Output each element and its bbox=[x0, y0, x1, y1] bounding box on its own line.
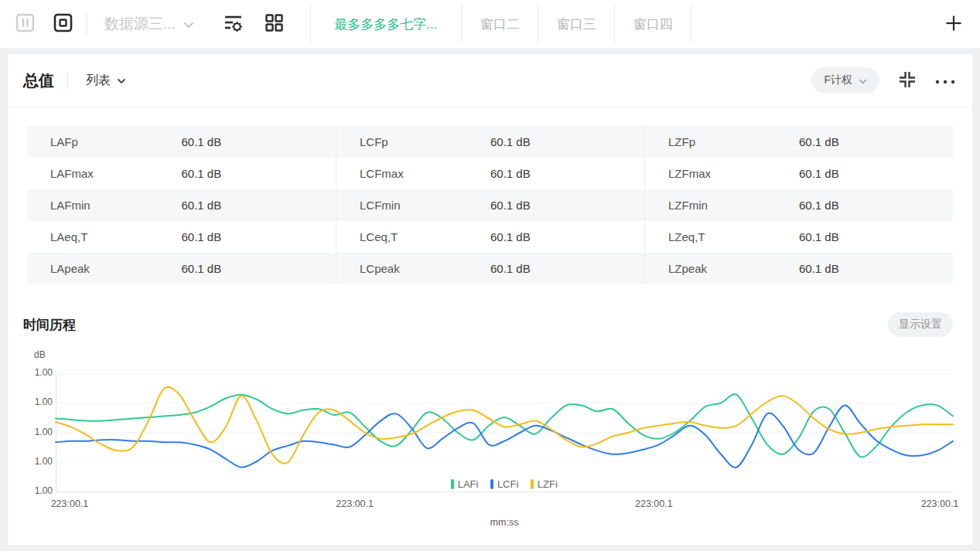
chevron-down-icon bbox=[859, 74, 867, 87]
metric-label: LAFmax bbox=[50, 167, 94, 180]
collapse-button[interactable] bbox=[898, 70, 917, 91]
time-history-chart: dB LAFiLCFiLZFi mm:ss 1.001.001.001.001.… bbox=[23, 349, 953, 531]
metric-label: LZpeak bbox=[668, 262, 707, 275]
metric-cell: LCFmax60.1 dB bbox=[336, 158, 644, 189]
grid-layout-button[interactable] bbox=[265, 13, 284, 35]
metric-value: 60.1 dB bbox=[182, 230, 222, 243]
metric-label: LApeak bbox=[50, 262, 90, 275]
metric-value: 60.1 dB bbox=[490, 135, 531, 148]
main-panel: 总值 列表 F计权 bbox=[8, 54, 972, 545]
collapse-icon bbox=[898, 70, 917, 91]
metric-cell: LZpeak60.1 dB bbox=[644, 253, 953, 284]
metric-cell: LAFmin60.1 dB bbox=[27, 189, 336, 221]
table-row: LApeak60.1 dBLCpeak60.1 dBLZpeak60.1 dB bbox=[27, 253, 953, 284]
metric-value: 60.1 dB bbox=[490, 230, 531, 243]
add-window-button[interactable] bbox=[944, 14, 963, 35]
y-axis-tick: 1.00 bbox=[23, 396, 53, 407]
metric-cell: LCeq,T60.1 dB bbox=[336, 221, 644, 253]
metric-cell: LCpeak60.1 dB bbox=[336, 253, 644, 284]
y-axis-tick: 1.00 bbox=[23, 456, 53, 467]
tab-3[interactable]: 窗口三 bbox=[538, 0, 615, 48]
metric-value: 60.1 dB bbox=[799, 199, 839, 212]
table-row: LAeq,T60.1 dBLCeq,T60.1 dBLZeq,T60.1 dB bbox=[27, 221, 953, 253]
metric-cell: LCFp60.1 dB bbox=[336, 126, 644, 158]
columns-view-icon bbox=[15, 13, 35, 35]
metric-cell: LApeak60.1 dB bbox=[27, 253, 336, 284]
metric-value: 60.1 dB bbox=[182, 262, 222, 275]
chart-canvas bbox=[56, 373, 953, 492]
metric-value: 60.1 dB bbox=[490, 262, 531, 275]
y-axis-tick: 1.00 bbox=[23, 427, 53, 437]
metric-cell: LAFp60.1 dB bbox=[27, 126, 336, 158]
metric-label: LCeq,T bbox=[360, 230, 398, 243]
metric-label: LCFmax bbox=[360, 167, 404, 180]
weighting-label: F计权 bbox=[824, 73, 852, 87]
plus-icon bbox=[944, 14, 963, 35]
metric-label: LCFmin bbox=[360, 199, 401, 212]
metric-value: 60.1 dB bbox=[799, 262, 839, 275]
metric-label: LZFmax bbox=[668, 167, 711, 180]
table-row: LAFmax60.1 dBLCFmax60.1 dBLZFmax60.1 dB bbox=[27, 158, 953, 189]
metric-label: LZeq,T bbox=[668, 230, 705, 243]
toolbar-divider bbox=[87, 13, 87, 35]
weighting-selector[interactable]: F计权 bbox=[811, 67, 879, 94]
metric-value: 60.1 dB bbox=[799, 135, 839, 148]
metric-label: LAeq,T bbox=[50, 230, 87, 243]
metric-cell: LAeq,T60.1 dB bbox=[27, 221, 336, 253]
metric-value: 60.1 dB bbox=[182, 167, 222, 180]
chevron-down-icon bbox=[183, 15, 194, 32]
window-tabs: 最多多多多七字...窗口二窗口三窗口四 bbox=[310, 0, 691, 48]
more-icon bbox=[935, 75, 955, 87]
metric-label: LZFmin bbox=[668, 199, 708, 212]
top-toolbar: 数据源三... bbox=[0, 0, 980, 48]
metric-label: LZFp bbox=[668, 135, 695, 148]
data-source-label: 数据源三... bbox=[104, 14, 176, 34]
metric-cell: LZFmax60.1 dB bbox=[644, 158, 953, 189]
metric-value: 60.1 dB bbox=[799, 230, 839, 243]
x-axis-tick: 223:00.1 bbox=[336, 498, 374, 509]
more-button[interactable] bbox=[935, 75, 955, 87]
display-settings-button[interactable]: 显示设置 bbox=[888, 312, 953, 337]
columns-view-button[interactable] bbox=[15, 13, 35, 35]
chart-plot-area: LAFiLCFiLZFi bbox=[56, 373, 953, 492]
single-view-button[interactable] bbox=[53, 13, 73, 35]
metric-cell: LZeq,T60.1 dB bbox=[644, 221, 953, 253]
history-header: 时间历程 显示设置 bbox=[23, 312, 953, 337]
x-axis-title: mm:ss bbox=[56, 517, 953, 528]
y-axis-unit-label: dB bbox=[34, 349, 46, 360]
tab-4[interactable]: 窗口四 bbox=[615, 0, 691, 48]
totals-header: 总值 列表 F计权 bbox=[8, 54, 972, 107]
header-divider bbox=[67, 72, 68, 89]
metric-value: 60.1 dB bbox=[799, 167, 839, 180]
x-axis-tick: 223:00.1 bbox=[635, 498, 673, 509]
metric-value: 60.1 dB bbox=[490, 167, 531, 180]
series-line-lcfi bbox=[56, 406, 953, 468]
metric-label: LAFp bbox=[50, 135, 78, 148]
list-settings-button[interactable] bbox=[224, 13, 243, 35]
list-view-selector[interactable]: 列表 bbox=[81, 72, 131, 90]
data-source-selector[interactable]: 数据源三... bbox=[101, 14, 197, 34]
x-axis-tick: 223:00.1 bbox=[921, 498, 959, 509]
metric-label: LCpeak bbox=[360, 262, 400, 275]
metric-cell: LZFmin60.1 dB bbox=[644, 189, 953, 221]
metric-value: 60.1 dB bbox=[490, 199, 531, 212]
metric-value: 60.1 dB bbox=[182, 199, 222, 212]
metric-label: LAFmin bbox=[50, 199, 90, 212]
metric-value: 60.1 dB bbox=[182, 135, 222, 148]
metric-cell: LZFp60.1 dB bbox=[644, 126, 953, 158]
history-title: 时间历程 bbox=[23, 316, 76, 334]
grid-layout-icon bbox=[265, 13, 284, 35]
totals-table: LAFp60.1 dBLCFp60.1 dBLZFp60.1 dBLAFmax6… bbox=[27, 126, 953, 284]
tab-1[interactable]: 最多多多多七字... bbox=[310, 0, 462, 48]
table-row: LAFmin60.1 dBLCFmin60.1 dBLZFmin60.1 dB bbox=[27, 189, 953, 221]
single-view-icon bbox=[53, 13, 73, 35]
chevron-down-icon bbox=[117, 73, 126, 87]
y-axis-tick: 1.00 bbox=[23, 485, 53, 496]
series-line-lzfi bbox=[56, 387, 953, 464]
totals-title: 总值 bbox=[23, 70, 54, 91]
metric-label: LCFp bbox=[360, 135, 388, 148]
list-settings-icon bbox=[224, 13, 243, 35]
tab-2[interactable]: 窗口二 bbox=[462, 0, 538, 48]
metric-cell: LCFmin60.1 dB bbox=[336, 189, 644, 221]
list-view-label: 列表 bbox=[86, 73, 111, 89]
